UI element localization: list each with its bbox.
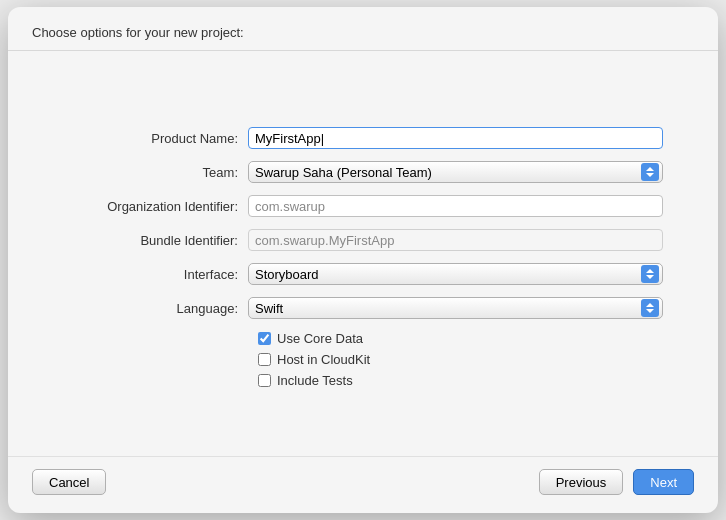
use-core-data-label: Use Core Data [277, 331, 363, 346]
product-name-input[interactable] [248, 127, 663, 149]
use-core-data-item[interactable]: Use Core Data [258, 331, 370, 346]
include-tests-label: Include Tests [277, 373, 353, 388]
org-id-row: Organization Identifier: [63, 195, 663, 217]
bundle-id-row: Bundle Identifier: com.swarup.MyFirstApp [63, 229, 663, 251]
header-text: Choose options for your new project: [32, 25, 244, 40]
interface-select[interactable]: Storyboard SwiftUI [248, 263, 663, 285]
product-name-control [248, 127, 663, 149]
cancel-button[interactable]: Cancel [32, 469, 106, 495]
header-divider [8, 50, 718, 51]
interface-select-wrapper: Storyboard SwiftUI [248, 263, 663, 285]
interface-control: Storyboard SwiftUI [248, 263, 663, 285]
use-core-data-checkbox[interactable] [258, 332, 271, 345]
bundle-id-value: com.swarup.MyFirstApp [255, 233, 394, 248]
dialog-footer: Cancel Previous Next [8, 456, 718, 513]
host-cloudkit-checkbox[interactable] [258, 353, 271, 366]
bundle-id-field: com.swarup.MyFirstApp [248, 229, 663, 251]
checkboxes-row: Use Core Data Host in CloudKit Include T… [63, 331, 663, 388]
org-id-label: Organization Identifier: [63, 199, 248, 214]
team-select-wrapper: Swarup Saha (Personal Team) [248, 161, 663, 183]
language-control: Swift Objective-C [248, 297, 663, 319]
include-tests-item[interactable]: Include Tests [258, 373, 370, 388]
interface-row: Interface: Storyboard SwiftUI [63, 263, 663, 285]
product-name-label: Product Name: [63, 131, 248, 146]
language-label: Language: [63, 301, 248, 316]
product-name-row: Product Name: [63, 127, 663, 149]
dialog-header: Choose options for your new project: [8, 7, 718, 50]
team-label: Team: [63, 165, 248, 180]
language-select[interactable]: Swift Objective-C [248, 297, 663, 319]
footer-right: Previous Next [539, 469, 694, 495]
team-control: Swarup Saha (Personal Team) [248, 161, 663, 183]
language-select-wrapper: Swift Objective-C [248, 297, 663, 319]
team-row: Team: Swarup Saha (Personal Team) [63, 161, 663, 183]
interface-label: Interface: [63, 267, 248, 282]
org-id-control [248, 195, 663, 217]
host-cloudkit-item[interactable]: Host in CloudKit [258, 352, 370, 367]
checkboxes-group: Use Core Data Host in CloudKit Include T… [258, 331, 370, 388]
host-cloudkit-label: Host in CloudKit [277, 352, 370, 367]
org-id-input[interactable] [248, 195, 663, 217]
next-button[interactable]: Next [633, 469, 694, 495]
include-tests-checkbox[interactable] [258, 374, 271, 387]
previous-button[interactable]: Previous [539, 469, 624, 495]
dialog-body: Product Name: Team: Swarup Saha (Persona… [8, 59, 718, 456]
team-select[interactable]: Swarup Saha (Personal Team) [248, 161, 663, 183]
form-container: Product Name: Team: Swarup Saha (Persona… [63, 127, 663, 388]
bundle-id-control: com.swarup.MyFirstApp [248, 229, 663, 251]
bundle-id-label: Bundle Identifier: [63, 233, 248, 248]
language-row: Language: Swift Objective-C [63, 297, 663, 319]
new-project-dialog: Choose options for your new project: Pro… [8, 7, 718, 513]
